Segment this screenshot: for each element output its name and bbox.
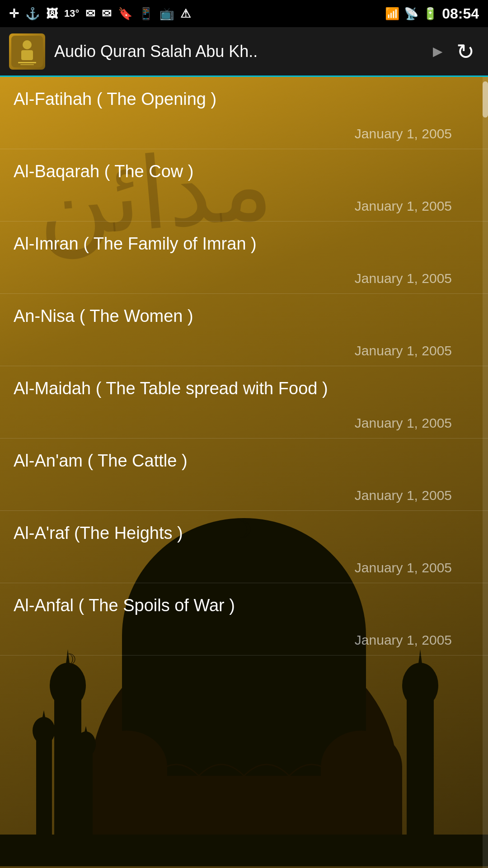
surah-name: Al-Maidah ( The Table spread with Food ) [14, 379, 474, 398]
list-item[interactable]: Al-A'raf (The Heights )January 1, 2005 [0, 511, 488, 583]
status-right-icons: 📶 📡 🔋 08:54 [385, 5, 479, 22]
surah-date: January 1, 2005 [14, 415, 474, 431]
surah-date: January 1, 2005 [14, 198, 474, 214]
app-icon [9, 33, 45, 70]
refresh-button[interactable]: ↻ [452, 38, 479, 65]
email-icon: ✉ [85, 7, 95, 21]
svg-rect-4 [20, 64, 34, 65]
list-item[interactable]: Al-An'am ( The Cattle )January 1, 2005 [0, 439, 488, 511]
add-icon: ✛ [9, 7, 19, 21]
list-item[interactable]: Al-Imran ( The Family of Imran )January … [0, 222, 488, 294]
app-bar: Audio Quran Salah Abu Kh.. ▶ ↻ [0, 27, 488, 77]
signal-icon: 13° [64, 8, 79, 19]
warning-icon: ⚠ [180, 7, 191, 21]
surah-date: January 1, 2005 [14, 488, 474, 503]
content-area: مدائن ☽ [0, 77, 488, 868]
surah-name: Al-Imran ( The Family of Imran ) [14, 234, 474, 254]
list-item[interactable]: Al-Anfal ( The Spoils of War )January 1,… [0, 583, 488, 656]
wifi-icon: 📶 [385, 7, 399, 21]
scroll-bar[interactable] [483, 77, 488, 868]
time-display: 08:54 [442, 5, 479, 22]
battery-icon: 🔋 [423, 7, 437, 21]
list-item[interactable]: Al-Baqarah ( The Cow )January 1, 2005 [0, 149, 488, 222]
surah-list: Al-Fatihah ( The Opening )January 1, 200… [0, 77, 488, 656]
surah-date: January 1, 2005 [14, 126, 474, 142]
surah-name: Al-An'am ( The Cattle ) [14, 451, 474, 471]
scroll-thumb[interactable] [483, 81, 488, 118]
svg-rect-3 [18, 62, 36, 63]
surah-name: Al-A'raf (The Heights ) [14, 524, 474, 543]
surah-name: Al-Fatihah ( The Opening ) [14, 90, 474, 109]
image-icon: 🖼 [46, 7, 58, 21]
surah-name: An-Nisa ( The Women ) [14, 307, 474, 326]
signal-bars-icon: 📡 [404, 7, 418, 21]
cast-icon: 📺 [160, 7, 174, 21]
surah-date: January 1, 2005 [14, 632, 474, 648]
list-item[interactable]: An-Nisa ( The Women )January 1, 2005 [0, 294, 488, 366]
svg-point-1 [23, 40, 32, 49]
status-left-icons: ✛ ⚓ 🖼 13° ✉ ✉ 🔖 📱 📺 ⚠ [9, 7, 191, 21]
usb-icon: ⚓ [25, 7, 40, 21]
dropdown-indicator: ▶ [433, 44, 443, 59]
list-item[interactable]: Al-Fatihah ( The Opening )January 1, 200… [0, 77, 488, 149]
status-bar: ✛ ⚓ 🖼 13° ✉ ✉ 🔖 📱 📺 ⚠ 📶 📡 🔋 08:54 [0, 0, 488, 27]
whatsapp-icon: 📱 [139, 7, 153, 21]
surah-date: January 1, 2005 [14, 271, 474, 286]
svg-rect-2 [21, 50, 33, 60]
app-title: Audio Quran Salah Abu Kh.. [54, 42, 424, 61]
surah-name: Al-Baqarah ( The Cow ) [14, 162, 474, 181]
refresh-icon: ↻ [456, 39, 474, 64]
surah-date: January 1, 2005 [14, 343, 474, 359]
email2-icon: ✉ [102, 7, 112, 21]
surah-date: January 1, 2005 [14, 560, 474, 576]
surah-name: Al-Anfal ( The Spoils of War ) [14, 596, 474, 615]
list-item[interactable]: Al-Maidah ( The Table spread with Food )… [0, 366, 488, 439]
bookmark-icon: 🔖 [118, 7, 132, 21]
